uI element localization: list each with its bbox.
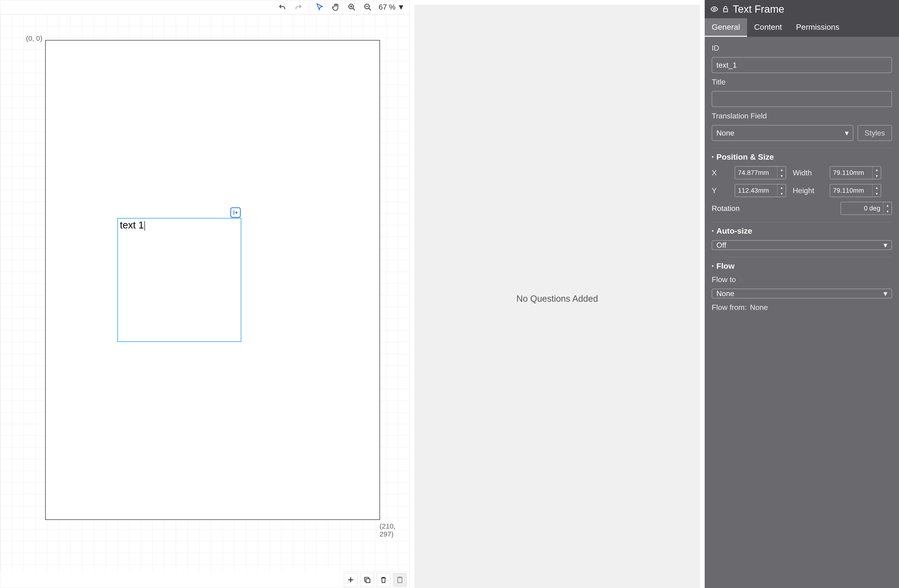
panel-title: Text Frame	[733, 3, 784, 15]
flow-out-icon[interactable]	[230, 207, 241, 218]
delete-page-button[interactable]	[377, 573, 390, 586]
zoom-value: 67	[378, 3, 387, 11]
translation-field-select[interactable]: None ▾	[712, 125, 853, 141]
spin-down-icon[interactable]: ▾	[873, 173, 881, 179]
add-page-button[interactable]	[344, 573, 357, 586]
rotation-value: 0 deg	[841, 205, 883, 212]
panel-tabs: General Content Permissions	[705, 18, 899, 37]
section-autosize-title: Auto-size	[717, 226, 752, 236]
flow-from-row: Flow from: None	[712, 303, 892, 312]
spin-up-icon[interactable]: ▴	[777, 184, 786, 191]
zoom-dropdown-icon[interactable]: ▼	[397, 3, 405, 11]
x-label: X	[712, 168, 728, 177]
svg-rect-3	[366, 579, 370, 583]
width-input[interactable]: 79.110mm ▴▾	[830, 166, 881, 179]
section-position-title: Position & Size	[717, 153, 774, 162]
paste-button[interactable]	[393, 573, 407, 586]
translation-field-label: Translation Field	[712, 112, 892, 120]
height-input[interactable]: 79.110mm ▴▾	[830, 184, 881, 197]
rotation-label: Rotation	[712, 204, 834, 213]
extent-coordinates: (210, 297)	[380, 522, 409, 538]
rotation-input[interactable]: 0 deg ▴▾	[840, 202, 892, 215]
zoom-unit: %	[389, 3, 395, 11]
redo-button[interactable]	[293, 2, 303, 12]
questions-panel: No Questions Added	[414, 5, 700, 588]
collapse-icon: ▾	[712, 155, 714, 159]
x-value: 74.877mm	[735, 169, 777, 176]
spin-up-icon[interactable]: ▴	[873, 167, 881, 173]
flow-to-label: Flow to	[712, 275, 892, 284]
undo-button[interactable]	[277, 2, 287, 12]
width-label: Width	[793, 168, 823, 177]
tab-permissions[interactable]: Permissions	[789, 18, 846, 37]
chevron-down-icon: ▾	[884, 289, 887, 298]
svg-rect-7	[724, 9, 728, 12]
svg-rect-4	[398, 577, 402, 583]
toolbar-divider	[309, 2, 309, 12]
chevron-down-icon: ▾	[884, 241, 887, 250]
duplicate-page-button[interactable]	[360, 573, 374, 586]
autosize-select[interactable]: Off ▾	[712, 240, 892, 250]
chevron-down-icon: ▾	[845, 128, 849, 137]
title-label: Title	[712, 78, 892, 86]
autosize-value: Off	[717, 241, 726, 250]
text-frame-content[interactable]: text 1	[118, 219, 147, 232]
section-flow[interactable]: ▾ Flow	[712, 257, 892, 271]
spin-down-icon[interactable]: ▾	[873, 191, 881, 197]
styles-button[interactable]: Styles	[857, 125, 892, 141]
hand-tool[interactable]	[331, 2, 341, 12]
spin-down-icon[interactable]: ▾	[883, 208, 891, 215]
section-flow-title: Flow	[717, 261, 734, 271]
collapse-icon: ▾	[712, 264, 714, 268]
zoom-in-tool[interactable]	[347, 2, 357, 12]
y-input[interactable]: 112.43mm ▴▾	[735, 184, 786, 197]
spin-down-icon[interactable]: ▾	[777, 191, 786, 197]
flow-from-value: None	[750, 303, 768, 312]
section-position-size[interactable]: ▾ Position & Size	[712, 148, 892, 162]
eye-icon[interactable]	[710, 5, 718, 13]
panel-header: Text Frame	[705, 0, 899, 18]
position-size-grid: X 74.877mm ▴▾ Width 79.110mm ▴▾ Y 112.43…	[712, 166, 892, 197]
spin-up-icon[interactable]: ▴	[777, 167, 786, 173]
canvas-toolbar: 67 % ▼	[0, 0, 409, 14]
flow-from-label: Flow from:	[712, 303, 747, 312]
panel-content: ID Title Translation Field None ▾ Styles…	[705, 37, 899, 319]
height-label: Height	[793, 186, 823, 195]
no-questions-message: No Questions Added	[516, 294, 598, 304]
zoom-out-tool[interactable]	[363, 2, 373, 12]
width-value: 79.110mm	[830, 169, 872, 176]
zoom-display[interactable]: 67 % ▼	[378, 3, 405, 11]
title-input[interactable]	[712, 91, 892, 107]
y-label: Y	[712, 186, 728, 195]
flow-to-value: None	[717, 289, 734, 298]
svg-point-6	[714, 8, 715, 10]
height-value: 79.110mm	[830, 187, 872, 194]
y-value: 112.43mm	[735, 187, 777, 194]
canvas-grid[interactable]: (0, 0) text 1 (210, 297)	[0, 14, 409, 571]
collapse-icon: ▾	[712, 229, 714, 233]
inspector-panel: Text Frame General Content Permissions I…	[705, 0, 899, 588]
flow-to-select[interactable]: None ▾	[712, 289, 892, 298]
tab-general[interactable]: General	[705, 18, 747, 37]
pointer-tool[interactable]	[315, 2, 325, 12]
text-frame[interactable]: text 1	[117, 218, 241, 342]
x-input[interactable]: 74.877mm ▴▾	[735, 166, 786, 179]
canvas-area: 67 % ▼ (0, 0) text 1 (210, 297)	[0, 0, 410, 588]
spin-down-icon[interactable]: ▾	[777, 173, 786, 179]
svg-rect-5	[399, 577, 401, 578]
section-auto-size[interactable]: ▾ Auto-size	[712, 222, 892, 236]
page-tools	[341, 571, 409, 588]
origin-coordinates: (0, 0)	[26, 34, 42, 42]
tab-content[interactable]: Content	[747, 18, 789, 37]
translation-field-value: None	[717, 129, 734, 137]
spin-up-icon[interactable]: ▴	[873, 184, 881, 191]
id-input[interactable]	[712, 57, 892, 73]
lock-icon[interactable]	[721, 5, 729, 13]
spin-up-icon[interactable]: ▴	[883, 202, 891, 208]
id-label: ID	[712, 44, 892, 52]
